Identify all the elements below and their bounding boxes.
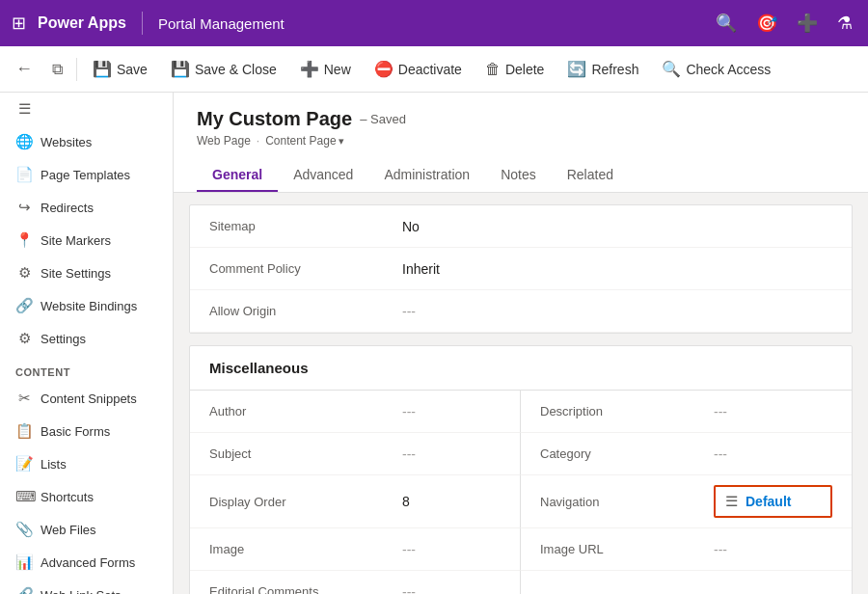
sidebar-item-settings[interactable]: ⚙ Settings	[0, 322, 173, 355]
sidebar-item-web-link-sets[interactable]: 🔗 Web Link Sets	[0, 579, 173, 594]
app-grid-icon[interactable]: ⊞	[12, 13, 26, 34]
site-settings-icon: ⚙	[15, 264, 33, 282]
display-order-label: Display Order	[209, 495, 402, 509]
filter-icon[interactable]: ⚗	[833, 9, 856, 38]
breadcrumb-separator: ·	[257, 134, 259, 148]
website-bindings-icon: 🔗	[15, 297, 33, 314]
allow-origin-row: Allow Origin ---	[190, 290, 852, 333]
sidebar-item-content-snippets[interactable]: ✂ Content Snippets	[0, 382, 173, 415]
back-button[interactable]: ←	[8, 55, 41, 83]
web-files-icon: 📎	[15, 521, 33, 538]
sidebar-item-page-templates[interactable]: 📄 Page Templates	[0, 158, 173, 191]
image-url-row: Image URL ---	[521, 528, 852, 571]
sidebar-site-settings-label: Site Settings	[41, 266, 111, 281]
sidebar-item-advanced-forms[interactable]: 📊 Advanced Forms	[0, 546, 173, 579]
save-label: Save	[117, 62, 148, 77]
sidebar-content-snippets-label: Content Snippets	[41, 392, 137, 406]
sidebar-menu-toggle[interactable]: ☰	[0, 93, 173, 125]
navigation-value-cell[interactable]: ☰ Default	[714, 485, 832, 518]
sidebar-item-web-files[interactable]: 📎 Web Files	[0, 513, 173, 546]
editorial-comments-label: Editorial Comments	[209, 584, 402, 594]
sidebar-lists-label: Lists	[41, 457, 67, 472]
misc-row-5: Editorial Comments ---	[190, 571, 852, 594]
sidebar-item-site-markers[interactable]: 📍 Site Markers	[0, 224, 173, 256]
empty-row-right	[521, 571, 852, 594]
breadcrumb-web-page: Web Page	[197, 134, 251, 148]
check-access-icon: 🔍	[662, 60, 681, 78]
breadcrumb: Web Page · Content Page ▾	[197, 134, 845, 148]
editorial-comments-value: ---	[402, 584, 501, 595]
refresh-button[interactable]: 🔄 Refresh	[557, 56, 648, 82]
comment-policy-row: Comment Policy Inherit	[190, 248, 852, 290]
sidebar-item-shortcuts[interactable]: ⌨ Shortcuts	[0, 480, 173, 513]
search-icon[interactable]: 🔍	[712, 9, 741, 38]
settings-gear-icon: ⚙	[15, 330, 33, 347]
new-button[interactable]: ➕ New	[290, 56, 361, 82]
image-url-value: ---	[714, 542, 832, 557]
sidebar-shortcuts-label: Shortcuts	[41, 490, 94, 504]
page-title-row: My Custom Page – Saved	[197, 108, 845, 130]
sidebar-advanced-forms-label: Advanced Forms	[41, 555, 135, 570]
sidebar-web-link-sets-label: Web Link Sets	[41, 588, 122, 595]
sidebar-item-redirects[interactable]: ↪ Redirects	[0, 191, 173, 224]
content-section-label: Content	[0, 355, 173, 382]
delete-icon: 🗑	[485, 61, 501, 78]
tab-advanced[interactable]: Advanced	[278, 159, 368, 192]
app-name: Power Apps	[38, 14, 126, 32]
comment-policy-label: Comment Policy	[209, 261, 402, 276]
save-close-button[interactable]: 💾 Save & Close	[161, 56, 286, 82]
content-snippets-icon: ✂	[15, 390, 33, 407]
check-access-label: Check Access	[686, 62, 771, 77]
author-value: ---	[402, 404, 501, 419]
breadcrumb-content-page[interactable]: Content Page ▾	[265, 134, 343, 148]
add-icon[interactable]: ➕	[793, 9, 822, 38]
sidebar-web-files-label: Web Files	[41, 523, 96, 537]
image-url-label: Image URL	[540, 542, 714, 556]
misc-row-1: Author --- Description ---	[190, 391, 852, 433]
delete-button[interactable]: 🗑 Delete	[475, 57, 554, 82]
sidebar-item-lists[interactable]: 📝 Lists	[0, 447, 173, 480]
top-navigation: ⊞ Power Apps Portal Management 🔍 🎯 ➕ ⚗	[0, 0, 868, 46]
page-title: My Custom Page	[197, 108, 352, 130]
category-value: ---	[714, 446, 832, 462]
sitemap-row: Sitemap No	[190, 205, 852, 248]
author-row: Author ---	[190, 391, 521, 433]
advanced-forms-icon: 📊	[15, 554, 33, 571]
category-row: Category ---	[521, 433, 852, 475]
subject-row: Subject ---	[190, 433, 521, 475]
sidebar-item-website-bindings[interactable]: 🔗 Website Bindings	[0, 289, 173, 322]
copy-button[interactable]: ⧉	[44, 57, 70, 82]
image-value: ---	[402, 542, 501, 557]
sidebar-item-basic-forms[interactable]: 📋 Basic Forms	[0, 415, 173, 447]
navigation-label: Navigation	[540, 495, 714, 509]
sitemap-value: No	[402, 219, 832, 234]
settings-icon[interactable]: 🎯	[752, 9, 781, 38]
main-layout: ☰ 🌐 Websites 📄 Page Templates ↪ Redirect…	[0, 93, 868, 594]
websites-icon: 🌐	[15, 133, 33, 150]
tab-notes[interactable]: Notes	[485, 159, 552, 192]
subject-value: ---	[402, 446, 501, 462]
navigation-value: Default	[746, 494, 791, 509]
hamburger-icon: ☰	[15, 100, 33, 118]
toolbar-divider-1	[76, 58, 77, 81]
save-button[interactable]: 💾 Save	[83, 56, 157, 82]
save-close-label: Save & Close	[195, 62, 277, 77]
allow-origin-value: ---	[402, 304, 832, 319]
check-access-button[interactable]: 🔍 Check Access	[652, 56, 780, 82]
shortcuts-icon: ⌨	[15, 488, 33, 505]
nav-divider	[142, 12, 143, 35]
description-value: ---	[714, 404, 832, 419]
sidebar-item-site-settings[interactable]: ⚙ Site Settings	[0, 256, 173, 289]
tabs-bar: General Advanced Administration Notes Re…	[197, 159, 845, 192]
page-templates-icon: 📄	[15, 166, 33, 183]
upper-section: Sitemap No Comment Policy Inherit Allow …	[189, 204, 853, 334]
tab-related[interactable]: Related	[552, 159, 629, 192]
basic-forms-icon: 📋	[15, 422, 33, 440]
image-label: Image	[209, 542, 402, 556]
tab-general[interactable]: General	[197, 159, 278, 192]
tab-administration[interactable]: Administration	[368, 159, 485, 192]
portal-name: Portal Management	[158, 15, 285, 32]
sidebar-item-websites[interactable]: 🌐 Websites	[0, 125, 173, 158]
editorial-comments-row: Editorial Comments ---	[190, 571, 521, 594]
deactivate-button[interactable]: ⛔ Deactivate	[365, 56, 472, 82]
